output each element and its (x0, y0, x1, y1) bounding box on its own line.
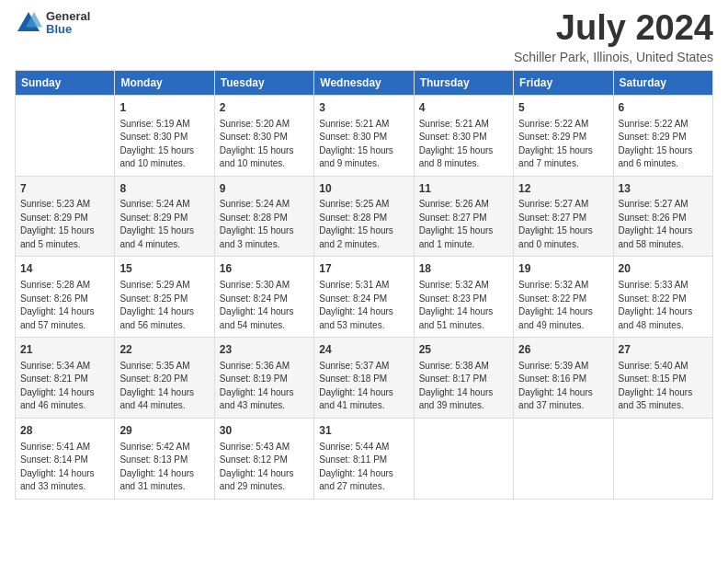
day-number: 31 (319, 423, 408, 439)
header-day-friday: Friday (514, 70, 613, 95)
title-area: July 2024 Schiller Park, Illinois, Unite… (514, 9, 713, 64)
day-number: 6 (619, 100, 708, 116)
day-info: Sunrise: 5:37 AM Sunset: 8:18 PM Dayligh… (319, 360, 408, 413)
calendar-cell: 25Sunrise: 5:38 AM Sunset: 8:17 PM Dayli… (414, 338, 513, 419)
calendar-cell: 1Sunrise: 5:19 AM Sunset: 8:30 PM Daylig… (115, 95, 214, 176)
day-info: Sunrise: 5:19 AM Sunset: 8:30 PM Dayligh… (119, 118, 209, 171)
week-row-1: 1Sunrise: 5:19 AM Sunset: 8:30 PM Daylig… (16, 95, 713, 176)
day-info: Sunrise: 5:22 AM Sunset: 8:29 PM Dayligh… (619, 118, 708, 171)
header-day-wednesday: Wednesday (314, 70, 414, 95)
day-info: Sunrise: 5:25 AM Sunset: 8:28 PM Dayligh… (319, 198, 408, 251)
logo-blue: Blue (46, 23, 90, 36)
day-number: 25 (419, 342, 508, 358)
day-number: 11 (419, 181, 508, 197)
day-number: 20 (619, 261, 708, 277)
header-day-thursday: Thursday (414, 70, 513, 95)
calendar-cell: 19Sunrise: 5:32 AM Sunset: 8:22 PM Dayli… (514, 257, 613, 338)
day-number: 19 (518, 261, 608, 277)
calendar-cell: 28Sunrise: 5:41 AM Sunset: 8:14 PM Dayli… (16, 418, 115, 499)
calendar-cell: 13Sunrise: 5:27 AM Sunset: 8:26 PM Dayli… (613, 176, 712, 257)
calendar-cell (414, 418, 513, 499)
week-row-2: 7Sunrise: 5:23 AM Sunset: 8:29 PM Daylig… (16, 176, 713, 257)
calendar-cell: 31Sunrise: 5:44 AM Sunset: 8:11 PM Dayli… (314, 418, 414, 499)
calendar-cell: 23Sunrise: 5:36 AM Sunset: 8:19 PM Dayli… (214, 338, 313, 419)
calendar-cell (16, 95, 115, 176)
day-info: Sunrise: 5:33 AM Sunset: 8:22 PM Dayligh… (619, 279, 708, 332)
day-number: 9 (220, 181, 309, 197)
day-info: Sunrise: 5:30 AM Sunset: 8:24 PM Dayligh… (220, 279, 309, 332)
day-info: Sunrise: 5:21 AM Sunset: 8:30 PM Dayligh… (419, 118, 508, 171)
day-number: 28 (20, 423, 109, 439)
day-number: 10 (319, 181, 408, 197)
day-number: 27 (619, 342, 708, 358)
day-number: 7 (20, 181, 109, 197)
day-info: Sunrise: 5:31 AM Sunset: 8:24 PM Dayligh… (319, 279, 408, 332)
day-info: Sunrise: 5:27 AM Sunset: 8:27 PM Dayligh… (518, 198, 608, 251)
day-info: Sunrise: 5:32 AM Sunset: 8:22 PM Dayligh… (518, 279, 608, 332)
calendar-cell: 26Sunrise: 5:39 AM Sunset: 8:16 PM Dayli… (514, 338, 613, 419)
day-info: Sunrise: 5:32 AM Sunset: 8:23 PM Dayligh… (419, 279, 508, 332)
calendar-cell (514, 418, 613, 499)
header-row: SundayMondayTuesdayWednesdayThursdayFrid… (16, 70, 713, 95)
day-number: 24 (319, 342, 408, 358)
day-info: Sunrise: 5:42 AM Sunset: 8:13 PM Dayligh… (119, 441, 209, 494)
calendar-body: 1Sunrise: 5:19 AM Sunset: 8:30 PM Daylig… (16, 95, 713, 499)
day-info: Sunrise: 5:24 AM Sunset: 8:28 PM Dayligh… (220, 198, 309, 251)
calendar-table: SundayMondayTuesdayWednesdayThursdayFrid… (15, 70, 713, 500)
calendar-cell: 14Sunrise: 5:28 AM Sunset: 8:26 PM Dayli… (16, 257, 115, 338)
day-number: 5 (518, 100, 608, 116)
day-info: Sunrise: 5:39 AM Sunset: 8:16 PM Dayligh… (518, 360, 608, 413)
calendar-cell: 29Sunrise: 5:42 AM Sunset: 8:13 PM Dayli… (115, 418, 214, 499)
day-number: 13 (619, 181, 708, 197)
calendar-cell: 12Sunrise: 5:27 AM Sunset: 8:27 PM Dayli… (514, 176, 613, 257)
day-number: 17 (319, 261, 408, 277)
day-info: Sunrise: 5:24 AM Sunset: 8:29 PM Dayligh… (119, 198, 209, 251)
week-row-5: 28Sunrise: 5:41 AM Sunset: 8:14 PM Dayli… (16, 418, 713, 499)
day-info: Sunrise: 5:27 AM Sunset: 8:26 PM Dayligh… (619, 198, 708, 251)
calendar-cell: 17Sunrise: 5:31 AM Sunset: 8:24 PM Dayli… (314, 257, 414, 338)
day-number: 8 (119, 181, 209, 197)
calendar-cell: 20Sunrise: 5:33 AM Sunset: 8:22 PM Dayli… (613, 257, 712, 338)
day-number: 18 (419, 261, 508, 277)
calendar-cell (613, 418, 712, 499)
day-info: Sunrise: 5:23 AM Sunset: 8:29 PM Dayligh… (20, 198, 109, 251)
day-number: 23 (220, 342, 309, 358)
day-number: 2 (220, 100, 309, 116)
calendar-cell: 5Sunrise: 5:22 AM Sunset: 8:29 PM Daylig… (514, 95, 613, 176)
calendar-cell: 18Sunrise: 5:32 AM Sunset: 8:23 PM Dayli… (414, 257, 513, 338)
calendar-cell: 27Sunrise: 5:40 AM Sunset: 8:15 PM Dayli… (613, 338, 712, 419)
day-number: 21 (20, 342, 109, 358)
calendar-cell: 11Sunrise: 5:26 AM Sunset: 8:27 PM Dayli… (414, 176, 513, 257)
calendar-cell: 10Sunrise: 5:25 AM Sunset: 8:28 PM Dayli… (314, 176, 414, 257)
day-info: Sunrise: 5:35 AM Sunset: 8:20 PM Dayligh… (119, 360, 209, 413)
calendar-cell: 22Sunrise: 5:35 AM Sunset: 8:20 PM Dayli… (115, 338, 214, 419)
day-number: 22 (119, 342, 209, 358)
day-number: 26 (518, 342, 608, 358)
calendar-cell: 6Sunrise: 5:22 AM Sunset: 8:29 PM Daylig… (613, 95, 712, 176)
logo-text: General Blue (46, 10, 90, 37)
day-info: Sunrise: 5:22 AM Sunset: 8:29 PM Dayligh… (518, 118, 608, 171)
day-number: 14 (20, 261, 109, 277)
subtitle: Schiller Park, Illinois, United States (514, 50, 713, 64)
day-number: 1 (119, 100, 209, 116)
week-row-4: 21Sunrise: 5:34 AM Sunset: 8:21 PM Dayli… (16, 338, 713, 419)
calendar-cell: 4Sunrise: 5:21 AM Sunset: 8:30 PM Daylig… (414, 95, 513, 176)
main-title: July 2024 (514, 9, 713, 48)
week-row-3: 14Sunrise: 5:28 AM Sunset: 8:26 PM Dayli… (16, 257, 713, 338)
day-info: Sunrise: 5:40 AM Sunset: 8:15 PM Dayligh… (619, 360, 708, 413)
header-day-saturday: Saturday (613, 70, 712, 95)
logo-icon (15, 9, 42, 37)
day-number: 16 (220, 261, 309, 277)
calendar-cell: 16Sunrise: 5:30 AM Sunset: 8:24 PM Dayli… (214, 257, 313, 338)
day-info: Sunrise: 5:21 AM Sunset: 8:30 PM Dayligh… (319, 118, 408, 171)
calendar-cell: 15Sunrise: 5:29 AM Sunset: 8:25 PM Dayli… (115, 257, 214, 338)
day-number: 30 (220, 423, 309, 439)
calendar-header: SundayMondayTuesdayWednesdayThursdayFrid… (16, 70, 713, 95)
day-info: Sunrise: 5:34 AM Sunset: 8:21 PM Dayligh… (20, 360, 109, 413)
calendar-cell: 24Sunrise: 5:37 AM Sunset: 8:18 PM Dayli… (314, 338, 414, 419)
day-number: 29 (119, 423, 209, 439)
day-info: Sunrise: 5:43 AM Sunset: 8:12 PM Dayligh… (220, 441, 309, 494)
calendar-cell: 3Sunrise: 5:21 AM Sunset: 8:30 PM Daylig… (314, 95, 414, 176)
day-info: Sunrise: 5:29 AM Sunset: 8:25 PM Dayligh… (119, 279, 209, 332)
calendar-cell: 30Sunrise: 5:43 AM Sunset: 8:12 PM Dayli… (214, 418, 313, 499)
